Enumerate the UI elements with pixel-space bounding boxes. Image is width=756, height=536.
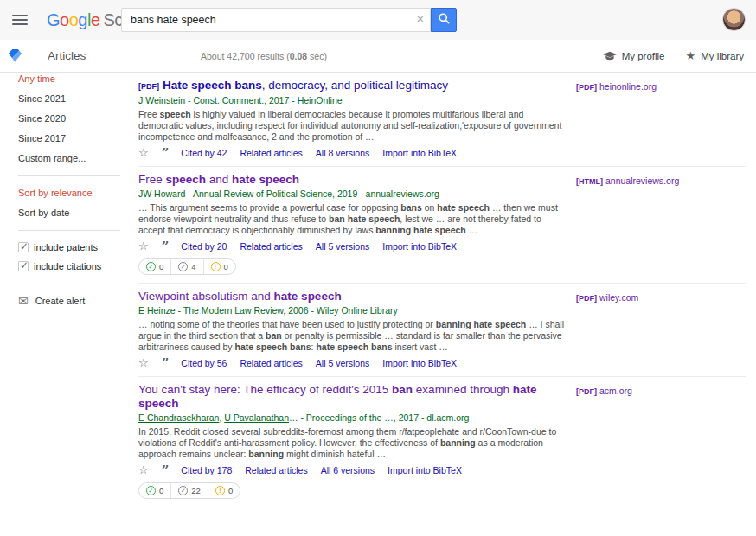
result-actions-row: ☆ ” Cited by 178Related articlesAll 6 ve… <box>138 465 569 475</box>
result-title-link[interactable]: Viewpoint absolutism and hate speech <box>138 290 569 303</box>
filetype-tag: [PDF] <box>138 82 159 91</box>
scite-mentioning-badge[interactable]: ✓4 <box>171 259 203 274</box>
filetype-tag: [PDF] <box>576 387 597 396</box>
my-library-label: My library <box>701 51 744 61</box>
scite-contrasting-badge[interactable]: !0 <box>208 483 240 498</box>
cite-quote-icon[interactable]: ” <box>162 150 169 156</box>
scite-badge-pill[interactable]: ✓0✓4!0 <box>138 258 236 275</box>
filter-since-2021[interactable]: Since 2021 <box>18 93 137 104</box>
action-link-related-articles[interactable]: Related articles <box>240 148 302 158</box>
filetype-tag: [HTML] <box>576 177 603 186</box>
fulltext-side-link[interactable]: [PDF]heinonline.org <box>576 81 657 92</box>
my-profile-link[interactable]: My profile <box>603 51 665 61</box>
action-link-cited-by-56[interactable]: Cited by 56 <box>181 358 227 368</box>
action-link-all-5-versions[interactable]: All 5 versions <box>316 358 369 368</box>
mentioning-icon: ✓ <box>178 262 188 271</box>
action-link-all-6-versions[interactable]: All 6 versions <box>321 465 375 475</box>
menu-icon[interactable] <box>12 15 28 25</box>
result-byline: JW Howard - Annual Review of Political S… <box>138 188 569 200</box>
checkbox-box[interactable] <box>18 242 29 252</box>
result-byline: J Weinstein - Const. Comment., 2017 - He… <box>138 95 569 106</box>
checkbox-box[interactable] <box>18 261 29 271</box>
scite-badge-pill[interactable]: ✓0✓22!0 <box>138 482 240 499</box>
filter-custom-range-[interactable]: Custom range... <box>18 153 137 163</box>
my-library-link[interactable]: ★ My library <box>686 49 745 62</box>
result-snippet: Free speech is highly valued in liberal … <box>138 109 569 143</box>
results-stats: About 42,700 results (0.08 sec) <box>201 51 327 61</box>
search-button[interactable] <box>431 8 457 32</box>
avatar[interactable] <box>722 8 746 31</box>
filter-since-2017[interactable]: Since 2017 <box>18 133 137 144</box>
results-toolbar: Articles About 42,700 results (0.08 sec)… <box>0 40 756 73</box>
sidebar-divider <box>18 175 120 176</box>
fulltext-side-link[interactable]: [PDF]acm.org <box>576 386 632 396</box>
filter-any-time[interactable]: Any time <box>18 73 137 84</box>
create-alert-label: Create alert <box>35 296 85 306</box>
sidebar-divider <box>18 284 120 284</box>
save-star-icon[interactable]: ☆ <box>138 241 149 252</box>
filters-sidebar: Any timeSince 2021Since 2020Since 2017Cu… <box>0 73 137 306</box>
google-wordmark: Google <box>47 10 100 29</box>
sort-sort-by-relevance[interactable]: Sort by relevance <box>18 188 137 198</box>
checkbox-include-patents[interactable]: include patents <box>18 242 137 252</box>
action-link-related-articles[interactable]: Related articles <box>240 241 302 252</box>
search-icon <box>438 12 451 29</box>
save-star-icon[interactable]: ☆ <box>138 358 149 368</box>
fulltext-domain: annualreviews.org <box>605 175 679 186</box>
badge-count: 0 <box>159 486 163 495</box>
scholar-gem-icon[interactable] <box>9 49 22 62</box>
include-checkbox-list: include patentsinclude citations <box>18 242 137 271</box>
filter-since-2020[interactable]: Since 2020 <box>18 113 137 124</box>
action-link-cited-by-42[interactable]: Cited by 42 <box>181 148 227 158</box>
badge-count: 22 <box>191 486 201 495</box>
save-star-icon[interactable]: ☆ <box>138 148 149 158</box>
result-title-link[interactable]: You can't stay here: The efficacy of red… <box>138 383 569 411</box>
cite-quote-icon[interactable]: ” <box>162 360 169 367</box>
result-title-link[interactable]: Free speech and hate speech <box>138 173 569 187</box>
result-actions-row: ☆ ” Cited by 42Related articlesAll 8 ver… <box>138 148 569 158</box>
fulltext-domain: wiley.com <box>599 292 638 303</box>
action-link-related-articles[interactable]: Related articles <box>240 358 302 368</box>
action-link-import-into-bibtex[interactable]: Import into BibTeX <box>382 241 457 252</box>
action-link-related-articles[interactable]: Related articles <box>245 465 307 475</box>
clear-search-icon[interactable]: × <box>417 12 424 26</box>
action-link-import-into-bibtex[interactable]: Import into BibTeX <box>382 358 457 368</box>
sidebar-divider <box>18 230 120 231</box>
result-snippet: … This argument seems to provide a power… <box>138 202 569 236</box>
time-filter-list: Any timeSince 2021Since 2020Since 2017Cu… <box>18 73 137 163</box>
checkbox-include-citations[interactable]: include citations <box>18 261 137 271</box>
section-label-articles: Articles <box>48 49 86 62</box>
supporting-icon: ✓ <box>146 486 156 495</box>
scite-supporting-badge[interactable]: ✓0 <box>139 483 171 498</box>
scite-contrasting-badge[interactable]: !0 <box>204 259 235 274</box>
result-title-link[interactable]: [PDF]Hate speech bans, democracy, and po… <box>138 79 569 93</box>
checkbox-label: include citations <box>34 261 101 271</box>
search-input[interactable] <box>121 8 431 32</box>
action-link-import-into-bibtex[interactable]: Import into BibTeX <box>388 465 462 475</box>
cite-quote-icon[interactable]: ” <box>162 467 169 474</box>
action-link-all-8-versions[interactable]: All 8 versions <box>316 148 369 158</box>
fulltext-side-link[interactable]: [PDF]wiley.com <box>576 292 638 303</box>
envelope-icon: ✉ <box>18 297 29 305</box>
fulltext-side-link[interactable]: [HTML]annualreviews.org <box>576 175 679 186</box>
scite-mentioning-badge[interactable]: ✓22 <box>171 483 208 498</box>
action-link-all-5-versions[interactable]: All 5 versions <box>316 241 369 252</box>
action-link-cited-by-178[interactable]: Cited by 178 <box>181 465 232 475</box>
contrasting-icon: ! <box>211 262 221 271</box>
graduation-cap-icon <box>603 51 617 61</box>
contrasting-icon: ! <box>215 486 225 495</box>
result-snippet: In 2015, Reddit closed several subreddit… <box>138 426 569 460</box>
library-star-icon: ★ <box>686 49 696 62</box>
filetype-tag: [PDF] <box>576 294 597 303</box>
mentioning-icon: ✓ <box>178 486 188 495</box>
badge-count: 0 <box>224 262 228 271</box>
action-link-cited-by-20[interactable]: Cited by 20 <box>181 241 227 252</box>
cite-quote-icon[interactable]: ” <box>162 243 169 250</box>
result-actions-row: ☆ ” Cited by 20Related articlesAll 5 ver… <box>138 241 569 252</box>
result-byline: E Chandrasekharan, U Pavalanathan… - Pro… <box>138 412 569 424</box>
scite-supporting-badge[interactable]: ✓0 <box>139 259 171 274</box>
action-link-import-into-bibtex[interactable]: Import into BibTeX <box>382 148 457 158</box>
create-alert-button[interactable]: ✉ Create alert <box>18 296 137 306</box>
sort-sort-by-date[interactable]: Sort by date <box>18 207 137 218</box>
save-star-icon[interactable]: ☆ <box>138 465 149 475</box>
